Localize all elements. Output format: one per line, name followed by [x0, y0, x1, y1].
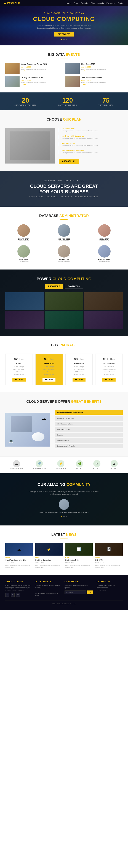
event-title-4: Tech Innovation Summit: [81, 76, 123, 79]
package-buy-btn-4[interactable]: BUY NOW: [102, 378, 115, 381]
power-contact-button[interactable]: CONTACT US: [65, 284, 83, 289]
hero-dot-2[interactable]: [63, 39, 65, 40]
news-section: LATEST NEWS ☁ CLOUD Cloud Tech Innovatio…: [0, 525, 128, 575]
social-facebook[interactable]: f: [5, 593, 9, 597]
news-title-2: Next Gen Computing: [35, 559, 63, 561]
news-desc-2: Lorem ipsum dolor sit amet consectetur a…: [35, 564, 63, 568]
package-features-1: 10 GB Storage100 GB Bandwidth1 DomainEma…: [8, 366, 30, 376]
partner-5: ⚙ Cloud Tech: [93, 460, 101, 470]
nav-joomla[interactable]: Joomla: [97, 2, 104, 4]
hero-title: CLOUD COMPUTING: [33, 16, 95, 22]
nav-store[interactable]: Store: [74, 2, 78, 4]
event-date-1: July 20, 2019: [22, 66, 63, 68]
footer-subscribe-col: OL SUBSCRIBE Subscribe to our newsletter…: [65, 581, 93, 597]
package-name-1: BASIC: [8, 363, 30, 365]
hero-dot-3[interactable]: [66, 39, 67, 40]
event-desc-3: Lorem ipsum dolor sit amet consectetur: [22, 82, 63, 84]
footer-subscribe-button[interactable]: GO: [87, 590, 93, 594]
benefit-item-3: Document Control: [55, 427, 123, 432]
logo-icon: ☁: [4, 1, 6, 5]
benefits-content: ☁ 💻 Cloud Computing & Infrastructure Inc…: [5, 410, 123, 449]
nav-home[interactable]: Home: [66, 2, 71, 4]
news-card-4: 💾 CLOUD BIG DATA Oct 01, 2019 Lorem ipsu…: [95, 543, 123, 568]
footer-copyright: © 2019 ET Cloud. All Rights Reserved.: [5, 600, 123, 605]
partner-name-3: CYBER CLOUD: [56, 468, 66, 470]
plan-feature-4: ▶ Unlimited Email Addresses Lorem ipsum …: [59, 150, 123, 154]
partner-2: 🔗 CLOUD NETWORK: [33, 460, 46, 470]
member-role-4: Cloud Architect: [5, 261, 42, 262]
footer: ABOUT ET CLOUD Lorem ipsum dolor sit ame…: [0, 575, 128, 610]
plan-feature-desc-4: Lorem ipsum dolor sit amet consectetur a…: [62, 152, 98, 154]
package-buy-btn-1[interactable]: BUY NOW: [12, 378, 26, 381]
solutions-section: Solutions That Grow With You CLOUD SERVE…: [0, 171, 128, 207]
community-dot-1[interactable]: [61, 516, 62, 517]
event-title-2: Next Steps 2019: [81, 63, 123, 65]
community-avatar: [59, 499, 69, 510]
footer-about-col: ABOUT ET CLOUD Lorem ipsum dolor sit ame…: [5, 581, 32, 597]
event-info-4: Tech Innovation Summit Oct 05, 2019 Lore…: [81, 76, 123, 85]
benefits-list: Cloud Computing & Infrastructure Increas…: [55, 410, 123, 449]
power-img-6: [84, 311, 123, 329]
footer-email-input[interactable]: [65, 590, 86, 594]
choose-plan-button[interactable]: CHOOSE PLAN: [59, 159, 79, 164]
social-linkedin[interactable]: in: [16, 593, 20, 597]
event-card-1: Cloud Computing Forum 2019 July 20, 2019…: [5, 63, 63, 74]
community-divider: [60, 489, 68, 489]
logo: ☁ ET CLOUD: [4, 1, 20, 5]
community-dot-2[interactable]: [63, 516, 65, 517]
avatar-4: [17, 245, 30, 257]
news-date-1: July 20, 2019: [5, 562, 33, 563]
power-know-more-button[interactable]: KNOW MORE: [45, 284, 63, 289]
power-img-1: [5, 292, 44, 310]
team-member-5: TOM BLAKE Network Engineer: [46, 245, 83, 262]
header: ☁ ET CLOUD Home Store Portfolio Blog Joo…: [0, 0, 128, 6]
footer-about-text: Lorem ipsum dolor sit amet, consectetur …: [5, 584, 32, 591]
social-twitter[interactable]: t: [11, 593, 14, 597]
news-divider: [60, 538, 68, 538]
team-grid-row1: DORIAN GREY Cloud Engineer MICHAEL SEES …: [5, 224, 123, 242]
partners-bar: ☁ COMPANY CLOUD 🔗 CLOUD NETWORK ⚡ CYBER …: [0, 456, 128, 473]
news-title-3: Big Data Analytics: [66, 559, 93, 561]
power-section: POWER CLOUD COMPUTING KNOW MORE CONTACT …: [0, 270, 128, 336]
footer-grid: ABOUT ET CLOUD Lorem ipsum dolor sit ame…: [5, 581, 123, 597]
nav-blog[interactable]: Blog: [91, 2, 95, 4]
member-name-1: DORIAN GREY: [5, 238, 42, 240]
news-category-1: CLOUD: [5, 557, 33, 559]
plan-feature-2: ▶ Sell More With Ecommerce Lorem ipsum d…: [59, 135, 123, 139]
footer-about-title: ABOUT ET CLOUD: [5, 581, 32, 583]
stats-bar: 20 COMPLETED PROJECTS 120 HAPPY CUSTOMER…: [0, 92, 128, 110]
plan-section: CHOOSE OUR PLAN ▶ 1-Click Installer Lore…: [0, 110, 128, 171]
event-stars-4: ★★★★★: [81, 84, 123, 85]
package-price-1: $200/mo: [8, 357, 30, 361]
footer-contact-col: OL CONTACTS 123 Cloud Street, Server Cit…: [96, 581, 123, 597]
news-card-1: ☁ CLOUD Cloud Tech Innovation 2019 July …: [5, 543, 33, 568]
partner-4: 🌿 CloudEco: [76, 460, 83, 470]
package-card-4: $1100/mo ENTERPRISE 100 GB StorageUnlimi…: [95, 353, 123, 385]
benefit-item-4: Security: [55, 433, 123, 437]
news-date-4: Oct 01, 2019: [95, 562, 123, 563]
member-name-2: MICHAEL SEES: [46, 238, 83, 240]
stat-number-2: 120: [58, 97, 77, 104]
package-buy-btn-3[interactable]: BUY NOW: [73, 378, 86, 381]
plan-image: [5, 128, 55, 163]
nav-contact[interactable]: Contact: [118, 2, 124, 4]
footer-contact-phone: +1 800 CLOUD: [96, 589, 123, 591]
event-image-4: [66, 76, 80, 87]
plan-feature-arrow-3: ▶ 4x SSD Storage: [62, 143, 98, 144]
hero-description: Lorem ipsum dolor sit amet, consectetur …: [36, 24, 92, 29]
member-name-5: TOM BLAKE: [46, 259, 83, 261]
hero-cta-button[interactable]: Get Started: [54, 32, 74, 36]
package-buy-btn-2[interactable]: BUY NOW: [42, 378, 55, 381]
package-section: BUY PACKAGE $200/mo BASIC 10 GB Storage1…: [0, 336, 128, 393]
nav-portfolio[interactable]: Portfolio: [81, 2, 88, 4]
community-dot-3[interactable]: [66, 516, 67, 517]
db-title: DATABASE ADMINISTRATOR: [5, 214, 123, 218]
event-stars-3: ★★★★☆: [22, 84, 63, 85]
plan-feature-3: ▶ 4x SSD Storage Lorem ipsum dolor sit a…: [59, 143, 123, 146]
hero-dot-1[interactable]: [61, 39, 62, 40]
plan-feature-desc-2: Lorem ipsum dolor sit amet consectetur a…: [62, 137, 98, 139]
member-name-4: ERIC SEYR: [5, 259, 42, 261]
partner-icon-3: ⚡: [57, 460, 65, 467]
news-title-1: Cloud Tech Innovation 2019: [5, 559, 33, 561]
nav-packages[interactable]: Packages: [106, 2, 115, 4]
